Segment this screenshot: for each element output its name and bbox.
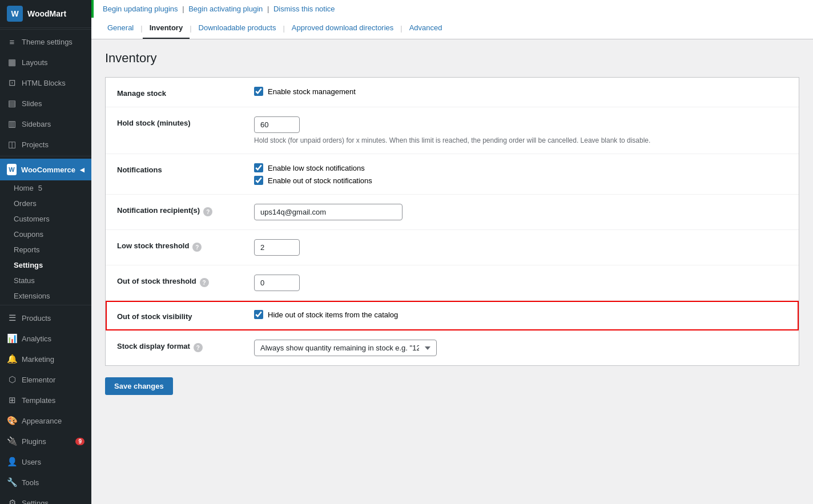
sidebar-item-label: Sidebars — [22, 120, 51, 128]
sidebar-item-layouts[interactable]: ▦ Layouts — [0, 52, 91, 72]
sidebar-item-slides[interactable]: ▤ Slides — [0, 93, 91, 114]
sidebars-icon: ▥ — [7, 119, 17, 129]
input-low-stock-threshold[interactable] — [254, 239, 300, 256]
save-row: Save changes — [105, 366, 799, 406]
page-content: Inventory Manage stock Enable stock mana… — [91, 39, 813, 418]
row-hold-stock: Hold stock (minutes) Hold stock (for unp… — [106, 107, 799, 154]
appearance-icon: 🎨 — [7, 416, 17, 426]
help-icon-notification-recipient[interactable]: ? — [203, 207, 212, 216]
sidebar-sub-home[interactable]: Home 5 — [0, 180, 91, 196]
sidebar-item-label: Slides — [22, 99, 42, 108]
row-notification-recipient: Notification recipient(s) ? — [106, 195, 799, 230]
control-out-of-stock-threshold — [254, 275, 787, 291]
sidebar-sub-orders[interactable]: Orders — [0, 196, 91, 211]
sidebar-item-templates[interactable]: ⊞ Templates — [0, 390, 91, 410]
analytics-icon: 📊 — [7, 333, 17, 344]
sidebar-item-projects[interactable]: ◫ Projects — [0, 134, 91, 155]
sidebar-sub-customers[interactable]: Customers — [0, 211, 91, 227]
woocommerce-arrow: ◀ — [80, 167, 84, 173]
checkbox-out-of-stock-notif[interactable] — [254, 176, 263, 185]
users-icon: 👤 — [7, 457, 17, 467]
sidebar-item-theme-settings[interactable]: ≡ Theme settings — [0, 32, 91, 52]
sidebar-item-label: Templates — [22, 396, 55, 405]
page-title: Inventory — [105, 51, 799, 66]
label-hold-stock: Hold stock (minutes) — [117, 116, 254, 127]
sidebar-item-label: Analytics — [22, 334, 51, 343]
woocommerce-icon: W — [7, 164, 17, 175]
sidebar-item-marketing[interactable]: 🔔 Marketing — [0, 349, 91, 369]
sidebar-item-sidebars[interactable]: ▥ Sidebars — [0, 114, 91, 134]
save-button[interactable]: Save changes — [105, 377, 173, 395]
tab-navigation: General | Inventory | Downloadable produ… — [91, 18, 813, 39]
sidebar-item-label: Elementor — [22, 376, 55, 384]
label-out-of-stock-visibility: Out of stock visibility — [117, 310, 254, 321]
sidebar-sub-extensions[interactable]: Extensions — [0, 288, 91, 304]
checkbox-row-hide-out-of-stock: Hide out of stock items from the catalog — [254, 310, 787, 319]
label-notification-recipient: Notification recipient(s) ? — [117, 204, 254, 216]
home-label: Home — [14, 184, 34, 192]
home-badge: 5 — [38, 184, 42, 192]
sidebar-item-label: Products — [22, 314, 51, 322]
coupons-label: Coupons — [14, 230, 43, 239]
help-icon-out-of-stock-threshold[interactable]: ? — [200, 278, 209, 287]
hold-stock-description: Hold stock (for unpaid orders) for x min… — [254, 136, 787, 144]
sidebar-logo[interactable]: W WoodMart — [0, 0, 91, 28]
row-stock-display-format: Stock display format ? Always show quant… — [106, 330, 799, 365]
tab-inventory[interactable]: Inventory — [143, 18, 190, 39]
checkbox-enable-stock[interactable] — [254, 87, 263, 96]
checkbox-low-stock-notif[interactable] — [254, 163, 263, 172]
sidebar-item-tools[interactable]: 🔧 Tools — [0, 472, 91, 493]
tab-general[interactable]: General — [100, 18, 140, 39]
projects-icon: ◫ — [7, 139, 17, 150]
select-stock-display-format[interactable]: Always show quantity remaining in stock … — [254, 340, 437, 356]
input-hold-stock[interactable] — [254, 116, 300, 133]
label-out-of-stock-threshold: Out of stock threshold ? — [117, 275, 254, 287]
sidebar-top-section: ≡ Theme settings ▦ Layouts ⊡ HTML Blocks… — [0, 29, 91, 155]
tab-advanced[interactable]: Advanced — [403, 18, 449, 39]
input-out-of-stock-threshold[interactable] — [254, 275, 300, 291]
sidebar-item-analytics[interactable]: 📊 Analytics — [0, 328, 91, 349]
help-icon-stock-display-format[interactable]: ? — [194, 343, 203, 352]
checkbox-hide-out-of-stock[interactable] — [254, 310, 263, 319]
sidebar-sub-coupons[interactable]: Coupons — [0, 227, 91, 242]
control-stock-display-format: Always show quantity remaining in stock … — [254, 340, 787, 356]
sidebar-item-label: Appearance — [22, 417, 62, 425]
sidebar-item-settings-bottom[interactable]: ⚙ Settings — [0, 493, 91, 504]
sidebar-item-elementor[interactable]: ⬡ Elementor — [0, 369, 91, 390]
input-notification-recipient[interactable] — [254, 204, 403, 220]
sidebar-item-plugins[interactable]: 🔌 Plugins 9 — [0, 431, 91, 451]
help-icon-low-stock-threshold[interactable]: ? — [192, 243, 202, 252]
notice-bar: Begin updating plugins | Begin activatin… — [91, 0, 813, 18]
sidebar-sub-settings[interactable]: Settings — [0, 257, 91, 273]
sidebar-item-label: HTML Blocks — [22, 79, 66, 87]
marketing-icon: 🔔 — [7, 354, 17, 364]
elementor-icon: ⬡ — [7, 374, 17, 385]
control-hold-stock: Hold stock (for unpaid orders) for x min… — [254, 116, 787, 144]
extensions-label: Extensions — [14, 292, 50, 300]
notice-link-dismiss[interactable]: Dismiss this notice — [273, 5, 335, 13]
settings-label: Settings — [14, 261, 43, 269]
row-low-stock-threshold: Low stock threshold ? — [106, 230, 799, 265]
woodmart-logo-icon: W — [7, 6, 23, 22]
woocommerce-menu-item[interactable]: W WooCommerce ◀ — [0, 159, 91, 180]
row-out-of-stock-threshold: Out of stock threshold ? — [106, 265, 799, 301]
sidebar-sub-reports[interactable]: Reports — [0, 242, 91, 257]
reports-label: Reports — [14, 245, 40, 254]
tab-downloadable[interactable]: Downloadable products — [192, 18, 283, 39]
sidebar-item-appearance[interactable]: 🎨 Appearance — [0, 410, 91, 431]
sidebar-item-label: Layouts — [22, 58, 48, 67]
label-manage-stock: Manage stock — [117, 87, 254, 98]
tools-icon: 🔧 — [7, 477, 17, 487]
notice-link-activate-plugin[interactable]: Begin activating plugin — [188, 5, 263, 13]
control-low-stock-threshold — [254, 239, 787, 256]
sidebar-sub-status[interactable]: Status — [0, 273, 91, 288]
sidebar: W WoodMart ≡ Theme settings ▦ Layouts ⊡ … — [0, 0, 91, 504]
control-out-of-stock-visibility: Hide out of stock items from the catalog — [254, 310, 787, 319]
tab-approved[interactable]: Approved download directories — [285, 18, 401, 39]
sidebar-item-products[interactable]: ☰ Products — [0, 308, 91, 328]
sidebar-item-users[interactable]: 👤 Users — [0, 451, 91, 472]
checkbox-row-low-stock: Enable low stock notifications — [254, 163, 787, 172]
sidebar-item-html-blocks[interactable]: ⊡ HTML Blocks — [0, 72, 91, 93]
settings-bottom-icon: ⚙ — [7, 498, 17, 504]
notice-link-update-plugins[interactable]: Begin updating plugins — [103, 5, 178, 13]
